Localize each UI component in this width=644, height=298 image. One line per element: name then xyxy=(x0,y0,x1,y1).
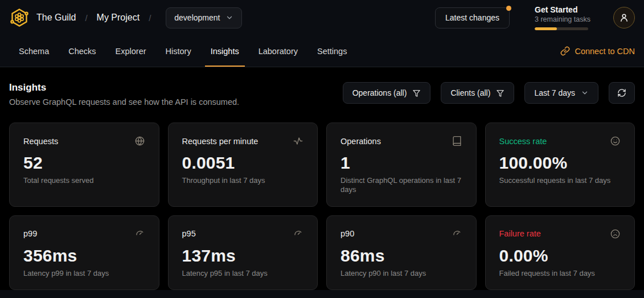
insights-toolbar: Operations (all) Clients (all) Last 7 da… xyxy=(343,82,635,104)
frown-icon xyxy=(610,228,621,239)
stat-card-description: Latency p99 in last 7 days xyxy=(23,269,145,278)
stat-card[interactable]: Failure rate 0.00% Failed requests in la… xyxy=(485,215,635,290)
globe-icon xyxy=(134,136,145,146)
clients-filter-label: Clients (all) xyxy=(450,88,490,97)
latest-changes-label: Latest changes xyxy=(445,13,499,22)
smile-icon xyxy=(610,136,621,146)
link-icon xyxy=(560,46,570,56)
latest-changes-button[interactable]: Latest changes xyxy=(435,7,510,28)
stat-card[interactable]: Success rate 100.00% Successful requests… xyxy=(485,123,635,207)
tab-explorer[interactable]: Explorer xyxy=(110,35,152,67)
chevron-down-icon xyxy=(225,14,233,22)
stat-card-description: Latency p90 in last 7 days xyxy=(341,269,462,278)
stat-card-value: 356ms xyxy=(23,246,145,266)
stat-card[interactable]: p90 86ms Latency p90 in last 7 days xyxy=(326,215,477,290)
book-icon xyxy=(452,136,462,146)
get-started-subtitle: 3 remaining tasks xyxy=(535,15,588,23)
stat-card-description: Latency p95 in last 7 days xyxy=(182,269,304,278)
gauge-icon xyxy=(452,228,462,239)
project-name[interactable]: My Project xyxy=(97,13,140,23)
tab-laboratory[interactable]: Laboratory xyxy=(253,35,303,67)
connect-to-cdn-link[interactable]: Connect to CDN xyxy=(560,35,635,67)
tab-history[interactable]: History xyxy=(160,35,197,67)
get-started-progressbar xyxy=(535,27,588,30)
page-subtitle: Observe GraphQL requests and see how the… xyxy=(9,97,239,107)
gauge-icon xyxy=(134,228,145,239)
target-selector[interactable]: development xyxy=(166,7,242,28)
tab-schema[interactable]: Schema xyxy=(13,35,55,67)
stat-card-value: 100.00% xyxy=(499,153,621,173)
gauge-icon xyxy=(293,228,303,239)
stat-card-title: Success rate xyxy=(499,137,547,146)
get-started-title: Get Started xyxy=(535,5,588,14)
period-select-label: Last 7 days xyxy=(534,88,575,97)
stat-card[interactable]: p99 356ms Latency p99 in last 7 days xyxy=(9,215,159,290)
tab-settings[interactable]: Settings xyxy=(311,35,352,67)
page-title: Insights xyxy=(9,82,239,93)
stat-card-description: Throughput in last 7 days xyxy=(182,176,304,185)
filter-icon xyxy=(412,89,421,97)
operations-filter-label: Operations (all) xyxy=(352,88,407,97)
stat-card-title: Requests per minute xyxy=(182,137,259,146)
stat-card-value: 137ms xyxy=(182,246,304,266)
stat-card[interactable]: p95 137ms Latency p95 in last 7 days xyxy=(168,215,318,290)
target-selected-label: development xyxy=(174,13,220,22)
chevron-down-icon xyxy=(581,89,589,97)
stat-card-title: Operations xyxy=(341,137,381,146)
activity-icon xyxy=(293,136,303,146)
breadcrumb-separator: / xyxy=(83,13,89,23)
stat-cards-grid: Requests 52 Total requests served Reques… xyxy=(9,123,635,290)
stat-card[interactable]: Requests 52 Total requests served xyxy=(9,123,159,207)
breadcrumb-separator: / xyxy=(146,13,153,23)
insights-page: Insights Observe GraphQL requests and se… xyxy=(0,67,644,290)
get-started-progress-fill xyxy=(535,27,557,30)
stat-card-title: p99 xyxy=(23,229,37,238)
tab-checks[interactable]: Checks xyxy=(63,35,101,67)
stat-card-description: Successful requests in last 7 days xyxy=(499,176,621,185)
notification-dot xyxy=(506,6,511,11)
stat-card-title: Requests xyxy=(23,137,58,146)
tab-list: Schema Checks Explorer History Insights … xyxy=(13,35,352,67)
stat-card-title: p90 xyxy=(341,229,354,238)
clients-filter-button[interactable]: Clients (all) xyxy=(441,82,514,104)
stat-card-description: Failed requests in last 7 days xyxy=(499,269,621,278)
stat-card-value: 1 xyxy=(341,153,462,173)
guild-logo-icon[interactable] xyxy=(9,7,30,28)
stat-card-title: p95 xyxy=(182,229,196,238)
stat-card-value: 86ms xyxy=(341,246,462,266)
refresh-button[interactable] xyxy=(609,82,635,104)
breadcrumb: The Guild / My Project / development xyxy=(9,7,242,28)
stat-card-description: Distinct GraphQL operations in last 7 da… xyxy=(341,176,462,195)
period-select[interactable]: Last 7 days xyxy=(524,82,598,104)
operations-filter-button[interactable]: Operations (all) xyxy=(343,82,431,104)
page-heading: Insights Observe GraphQL requests and se… xyxy=(9,82,239,107)
stat-card-value: 52 xyxy=(23,153,145,173)
user-icon xyxy=(618,12,630,23)
stat-card-title: Failure rate xyxy=(499,229,541,238)
org-name[interactable]: The Guild xyxy=(36,13,76,23)
refresh-icon xyxy=(617,88,626,97)
connect-to-cdn-label: Connect to CDN xyxy=(575,47,635,56)
footer-strip xyxy=(0,290,644,298)
project-tabbar: Schema Checks Explorer History Insights … xyxy=(0,35,644,67)
stat-card-description: Total requests served xyxy=(23,176,145,185)
stat-card-value: 0.0051 xyxy=(182,153,304,173)
stat-card[interactable]: Requests per minute 0.0051 Throughput in… xyxy=(168,123,318,207)
user-avatar[interactable] xyxy=(613,7,635,28)
top-header: The Guild / My Project / development Lat… xyxy=(0,0,644,35)
get-started-widget[interactable]: Get Started 3 remaining tasks xyxy=(535,5,588,30)
stat-card-value: 0.00% xyxy=(499,246,621,266)
filter-icon xyxy=(496,89,504,97)
tab-insights[interactable]: Insights xyxy=(205,35,245,67)
stat-card[interactable]: Operations 1 Distinct GraphQL operations… xyxy=(326,123,477,207)
